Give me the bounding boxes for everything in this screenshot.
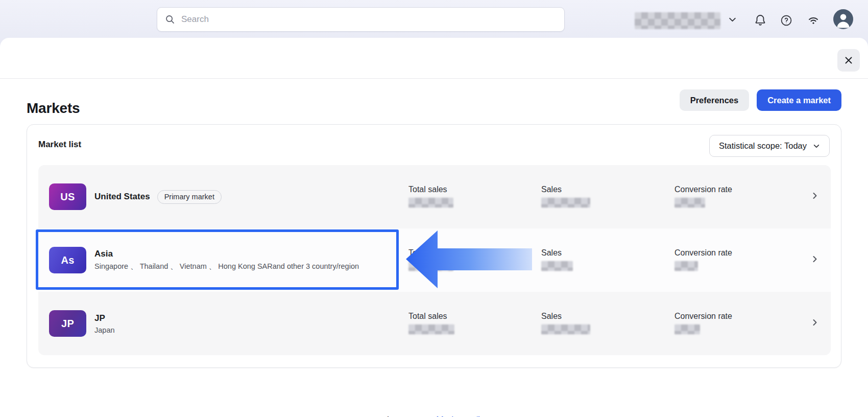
market-subtitle: Japan <box>94 326 115 334</box>
close-button[interactable] <box>837 49 860 72</box>
stat-total-sales-label: Total sales <box>408 312 454 321</box>
page-actions: Preferences Create a market <box>680 89 841 111</box>
stat-value-redacted <box>674 261 698 271</box>
stat-conversion-rate: Conversion rate <box>674 185 732 208</box>
stat-conversion-rate: Conversion rate <box>674 312 732 335</box>
stat-value-redacted <box>408 261 453 271</box>
stat-value-redacted <box>674 325 700 335</box>
market-name: Asia <box>94 249 113 259</box>
stat-total-sales-label: Total sales <box>408 248 453 258</box>
preferences-button[interactable]: Preferences <box>680 89 749 111</box>
learn-more-row: Learn more Markets <box>0 415 868 417</box>
chevron-right-icon[interactable] <box>811 318 819 329</box>
market-row-asia[interactable]: As Asia Singapore 、 Thailand 、 Vietnam 、… <box>38 228 831 292</box>
market-list: US United States Primary market Total sa… <box>38 165 831 355</box>
avatar-icon[interactable] <box>833 9 853 29</box>
scope-label: Statistical scope: Today <box>719 141 807 151</box>
create-market-button[interactable]: Create a market <box>757 89 841 111</box>
main-panel: Markets Preferences Create a market Mark… <box>0 38 868 417</box>
search-icon <box>165 14 175 25</box>
stat-sales-label: Sales <box>541 248 573 258</box>
markets-learn-more-link[interactable]: Markets <box>436 415 481 417</box>
stat-sales: Sales <box>541 312 590 335</box>
stat-total-sales: Total sales <box>408 185 453 208</box>
stat-total-sales-label: Total sales <box>408 185 453 194</box>
stat-conversion-rate-label: Conversion rate <box>674 248 732 258</box>
stat-total-sales: Total sales <box>408 312 454 335</box>
stat-value-redacted <box>674 198 705 208</box>
stat-total-sales: Total sales <box>408 248 453 271</box>
badge-code: JP <box>61 318 74 330</box>
learn-more-link-label: Markets <box>436 415 468 417</box>
market-name: JP <box>94 313 105 323</box>
page-title: Markets <box>27 100 80 117</box>
chevron-right-icon[interactable] <box>811 192 819 202</box>
market-name: United States <box>94 192 150 202</box>
stat-conversion-rate-label: Conversion rate <box>674 312 732 321</box>
badge-code: As <box>61 254 74 266</box>
stat-conversion-rate: Conversion rate <box>674 248 732 271</box>
primary-market-badge: Primary market <box>157 190 222 204</box>
wifi-icon[interactable] <box>807 14 820 27</box>
stat-value-redacted <box>408 198 453 208</box>
store-switcher-chevron-down-icon[interactable] <box>727 15 737 24</box>
help-icon[interactable] <box>780 14 792 27</box>
chevron-right-icon[interactable] <box>811 255 819 265</box>
learn-more-text: Learn more <box>387 415 433 417</box>
market-subtitle: Singapore 、 Thailand 、 Vietnam 、 Hong Ko… <box>94 262 359 271</box>
badge-code: US <box>60 191 75 203</box>
market-row-jp[interactable]: JP JP Japan Total sales Sales Co <box>38 292 831 355</box>
stat-value-redacted <box>541 198 590 208</box>
stat-value-redacted <box>408 325 454 335</box>
market-row-united-states[interactable]: US United States Primary market Total sa… <box>38 165 831 228</box>
market-badge-as: As <box>49 247 86 273</box>
card-title: Market list <box>38 140 81 150</box>
market-badge-jp: JP <box>49 310 86 337</box>
stat-value-redacted <box>541 325 590 335</box>
stat-value-redacted <box>541 261 573 271</box>
stat-sales-label: Sales <box>541 312 590 321</box>
store-name-redacted[interactable] <box>635 12 720 29</box>
search-input[interactable] <box>180 14 557 25</box>
stat-sales: Sales <box>541 248 573 271</box>
chevron-down-icon <box>813 143 820 150</box>
bell-icon[interactable] <box>754 13 767 27</box>
market-badge-us: US <box>49 183 86 210</box>
close-icon <box>843 55 854 65</box>
market-list-card: Market list Statistical scope: Today US … <box>27 124 841 368</box>
stat-sales-label: Sales <box>541 185 590 194</box>
stat-conversion-rate-label: Conversion rate <box>674 185 732 194</box>
global-search[interactable] <box>157 7 565 32</box>
header-divider <box>0 78 868 79</box>
stat-sales: Sales <box>541 185 590 208</box>
statistical-scope-select[interactable]: Statistical scope: Today <box>709 135 830 157</box>
